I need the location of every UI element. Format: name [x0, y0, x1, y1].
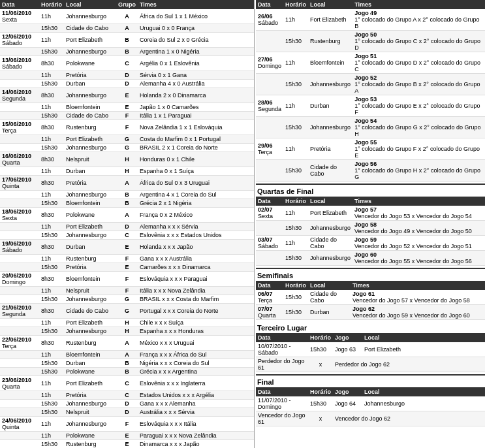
table-row: 17/06/2010Quinta 8h30 Pretória A África … — [0, 176, 254, 191]
table-row: 22/06/2010Terça 8h30 Rustenburg A México… — [0, 336, 254, 351]
table-row: 15h30 Johannesburgo G BRASIL x x x Costa… — [0, 295, 254, 304]
r16-venue: Bloemfontein — [308, 52, 352, 74]
time-cell: 11h — [39, 376, 64, 391]
r16-venue: Pretória — [308, 138, 352, 160]
date-cell: 17/06/2010Quinta — [0, 176, 39, 191]
table-row: 15h30 Johannesburgo B Argentina 1 x 0 Ni… — [0, 48, 254, 56]
score-x: x x x — [170, 421, 183, 427]
table-row: 11h Bloemfontein E Japão 1 x 0 Camarões — [0, 103, 254, 112]
r16-venue: Durban — [308, 95, 352, 117]
t-col-local: Local — [362, 333, 485, 342]
time-cell: 8h30 — [39, 304, 64, 319]
table-row: 15h30 Durban B Nigéria x x x Coreia do S… — [0, 359, 254, 368]
times-cell: Argentina 4 x 1 Coreia do Sul — [138, 191, 254, 199]
table-row: 15h30 Johannesburgo G BRASIL 2 x 1 Corei… — [0, 144, 254, 152]
venue-cell: Johannesburgo — [64, 231, 116, 240]
t-team2: Perdedor do Jogo 62 — [333, 357, 485, 372]
s-time: 15h30 — [283, 305, 308, 320]
score-x: x x x — [165, 432, 178, 439]
date-cell — [0, 327, 39, 336]
group-cell: B — [116, 33, 138, 48]
times-cell: Gana x x x Austrália — [138, 255, 254, 263]
r16-date: 26/06Sábado — [256, 9, 283, 31]
time-cell: 15h30 — [39, 112, 64, 120]
venue-cell: Polokwane — [64, 432, 116, 440]
score-x: x x x — [163, 308, 176, 314]
r16-date — [256, 160, 283, 182]
venue-cell: Durban — [64, 80, 116, 88]
group-cell: G — [116, 144, 138, 152]
table-row: 11h Durban H Espanha 0 x 1 Suíça — [0, 167, 254, 176]
r16-col-horario: Horário — [283, 0, 308, 9]
table-row: 15h30 Johannesburgo Jogo 541° colocado d… — [256, 117, 485, 138]
venue-cell: Durban — [64, 167, 116, 176]
time-cell: 8h30 — [39, 88, 64, 103]
table-row: 15/06/2010Terça 8h30 Rustenburg F Nova Z… — [0, 120, 254, 135]
q-time: 15h30 — [283, 251, 308, 266]
date-cell — [0, 231, 39, 240]
time-cell: 11h — [39, 223, 64, 231]
score-x: x x x — [170, 441, 182, 447]
table-row: 15h30 Johannesburgo Jogo 521° colocado d… — [256, 74, 485, 95]
date-cell — [0, 400, 39, 408]
r16-date — [256, 117, 283, 138]
table-row: 11h Pretória D Sérvia 0 x 1 Gana — [0, 71, 254, 80]
table-row: 15h30 Johannesburgo D Gana x x x Alemanh… — [0, 400, 254, 408]
score-x: x x x — [159, 368, 171, 375]
final-title: Final — [256, 374, 485, 387]
times-cell: Coreia do Sul 2 x 0 Grécia — [138, 33, 254, 48]
times-cell: Espanha x x x Honduras — [138, 327, 254, 336]
venue-cell: Polokwane — [64, 368, 116, 376]
r16-venue: Rustenburg — [308, 31, 352, 52]
venue-cell: Port Elizabeth — [64, 319, 116, 327]
venue-cell: Johannesburgo — [64, 417, 116, 432]
venue-cell: Johannesburgo — [64, 144, 116, 152]
r16-times: Jogo 511° colocado do Grupo D x 2° coloc… — [352, 52, 485, 74]
date-cell: 21/06/2010Segunda — [0, 304, 39, 319]
r16-venue: Johannesburgo — [308, 117, 352, 138]
group-cell: C — [116, 391, 138, 400]
final-table: Data Horário Jogo Local 11/07/2010 - Dom… — [256, 387, 485, 426]
times-cell: Holanda 2 x 0 Dinamarca — [138, 88, 254, 103]
table-row: 29/06Terça 11h Pretória Jogo 551° coloca… — [256, 138, 485, 160]
venue-cell: Johannesburgo — [64, 9, 116, 24]
table-row: 26/06Sábado 11h Fort Elizabeth Jogo 491°… — [256, 9, 485, 31]
group-cell: C — [116, 376, 138, 391]
date-cell — [0, 359, 39, 368]
venue-cell: Johannesburgo — [64, 400, 116, 408]
table-row: 11h Bloemfontein A França x x x África d… — [0, 351, 254, 359]
time-cell: 15h30 — [39, 144, 64, 152]
times-cell: Espanha 0 x 1 Suíça — [138, 167, 254, 176]
times-cell: Eslováquia x x x Paraguai — [138, 272, 254, 287]
date-cell: 13/06/2010Sábado — [0, 56, 39, 71]
q-times: Jogo 57Vencedor do Jogo 53 x Vencedor do… — [352, 206, 485, 221]
times-cell: BRASIL x x x Costa do Marfim — [138, 295, 254, 304]
group-cell: B — [116, 191, 138, 199]
table-row: 15h30 Rustenburg E Dinamarca x x x Japão — [0, 440, 254, 449]
table-row: 12/06/2010Sábado 11h Port Elizabeth B Co… — [0, 33, 254, 48]
t-col-horario: Horário — [308, 333, 333, 342]
r16-time: 11h — [283, 52, 308, 74]
times-cell: Itália 1 x 1 Paraguai — [138, 112, 254, 120]
table-row: 11h Port Elizabeth H Chile x x x Suíça — [0, 319, 254, 327]
date-cell — [0, 287, 39, 295]
time-cell: 8h30 — [39, 240, 64, 255]
time-cell: 15h30 — [39, 359, 64, 368]
date-cell: 14/06/2010Segunda — [0, 88, 39, 103]
t-team1: Perdedor do Jogo 61 — [256, 357, 308, 372]
date-cell: 11/06/2010Sexta — [0, 9, 39, 24]
time-cell: 11h — [39, 391, 64, 400]
time-cell: 11h — [39, 417, 64, 432]
q-venue: Johannesburgo — [308, 251, 352, 266]
table-row: 21/06/2010Segunda 8h30 Cidade do Cabo G … — [0, 304, 254, 319]
times-cell: Portugal x x x Coreia do Norte — [138, 304, 254, 319]
r16-times: Jogo 521° colocado do Grupo B x 2° coloc… — [352, 74, 485, 95]
time-cell: 15h30 — [39, 263, 64, 272]
col-grupo: Grupo — [116, 0, 138, 9]
time-cell: 11h — [39, 287, 64, 295]
date-cell: 16/06/2010Quarta — [0, 152, 39, 167]
table-row: 15h30 Bloemfontein B Grécia 2 x 1 Nigéri… — [0, 199, 254, 208]
group-cell: D — [116, 71, 138, 80]
group-cell: G — [116, 135, 138, 144]
r16-times: Jogo 551° colocado do Grupo F x 2° coloc… — [352, 138, 485, 160]
